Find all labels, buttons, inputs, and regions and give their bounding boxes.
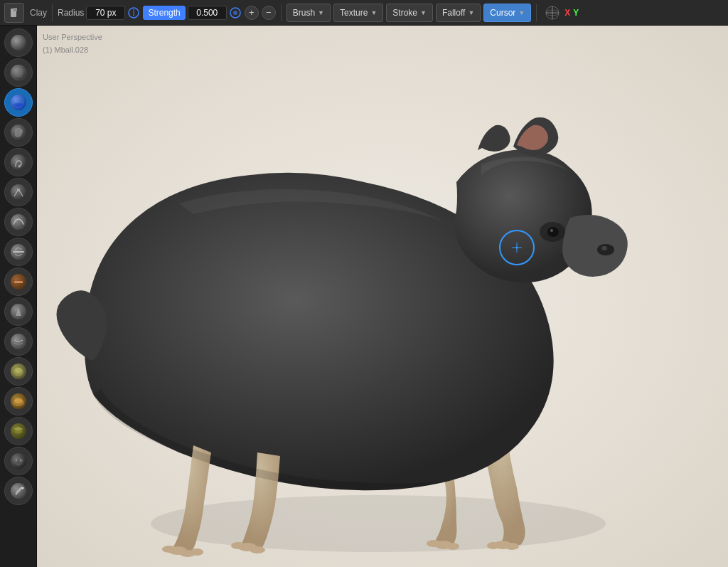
svg-point-40 [14, 398, 23, 403]
tool-name-label: Clay [30, 8, 47, 18]
svg-point-53 [427, 540, 441, 547]
svg-point-50 [505, 543, 519, 550]
strength-brush-icon [229, 6, 242, 19]
main-toolbar: Clay Radius 70 px Strength 0.500 + − Bru… [0, 0, 728, 26]
svg-point-5 [233, 11, 237, 15]
brush-dropdown-arrow: ▼ [318, 9, 324, 16]
tool-inflate[interactable] [4, 387, 33, 415]
svg-point-27 [11, 214, 26, 230]
svg-point-37 [15, 368, 22, 373]
tool-draw-smooth[interactable] [4, 28, 33, 57]
svg-point-66 [601, 246, 607, 250]
tool-scrape[interactable] [4, 267, 33, 296]
gizmo-icon [545, 5, 560, 21]
tools-sidebar [0, 26, 37, 567]
svg-point-46 [21, 487, 23, 489]
tool-annotate[interactable] [4, 477, 33, 505]
sep2 [281, 4, 282, 21]
stroke-dropdown-arrow: ▼ [420, 9, 427, 16]
tool-smooth[interactable] [4, 208, 33, 236]
brush-dropdown[interactable]: Brush ▼ [287, 4, 331, 22]
svg-point-60 [250, 546, 265, 553]
strength-value[interactable]: 0.500 [188, 6, 227, 20]
svg-point-48 [151, 495, 606, 552]
svg-point-11 [11, 35, 26, 51]
svg-point-58 [191, 549, 203, 556]
tool-blob[interactable] [4, 357, 33, 386]
tool-snake-hook[interactable] [4, 148, 33, 176]
svg-point-19 [11, 95, 26, 110]
viewport[interactable]: User Perspective (1) Mball.028 [37, 26, 728, 567]
svg-point-54 [446, 543, 459, 550]
radius-label: Radius [58, 8, 84, 18]
tool-grab[interactable] [4, 118, 33, 147]
svg-point-61 [231, 542, 245, 549]
tool-pinch[interactable] [4, 178, 33, 206]
tool-draw-lines[interactable] [4, 58, 33, 87]
axis-indicator: X Y [564, 8, 579, 18]
svg-point-43 [15, 460, 17, 462]
falloff-dropdown-arrow: ▼ [468, 9, 474, 16]
radius-value[interactable]: 70 px [86, 6, 125, 20]
svg-rect-1 [14, 8, 17, 11]
scene-viewport [37, 26, 728, 567]
strength-label[interactable]: Strength [143, 6, 185, 20]
tool-crease[interactable] [4, 327, 33, 356]
svg-point-57 [162, 546, 176, 553]
svg-point-24 [18, 166, 20, 168]
minus-button[interactable]: − [262, 6, 276, 20]
orientation-gizmo[interactable]: X Y [545, 5, 579, 21]
stroke-dropdown[interactable]: Stroke ▼ [386, 4, 433, 22]
tool-flatten[interactable] [4, 238, 33, 266]
tool-layer[interactable] [4, 417, 33, 445]
svg-point-25 [11, 184, 26, 200]
svg-point-64 [550, 229, 553, 232]
cursor-dropdown-arrow: ▼ [518, 9, 525, 16]
texture-dropdown[interactable]: Texture ▼ [333, 4, 383, 22]
svg-point-63 [547, 227, 559, 237]
svg-point-13 [11, 65, 26, 80]
falloff-dropdown[interactable]: Falloff ▼ [436, 4, 481, 22]
sep3 [536, 4, 537, 21]
svg-point-23 [11, 154, 26, 170]
plus-button[interactable]: + [245, 6, 259, 20]
svg-point-51 [487, 542, 500, 549]
tool-mask[interactable] [4, 447, 33, 475]
sep1 [52, 4, 53, 21]
texture-dropdown-arrow: ▼ [370, 9, 377, 16]
file-icon-btn[interactable] [4, 3, 24, 23]
svg-point-26 [17, 189, 20, 191]
tool-fill[interactable] [4, 297, 33, 326]
cursor-dropdown[interactable]: Cursor ▼ [483, 4, 531, 22]
radius-brush-icon [127, 6, 140, 19]
svg-point-44 [19, 460, 21, 462]
strength-field: Strength 0.500 [143, 6, 241, 20]
tool-clay[interactable] [4, 88, 33, 117]
main-area: User Perspective (1) Mball.028 [0, 26, 728, 567]
radius-field: Radius 70 px [58, 6, 140, 20]
